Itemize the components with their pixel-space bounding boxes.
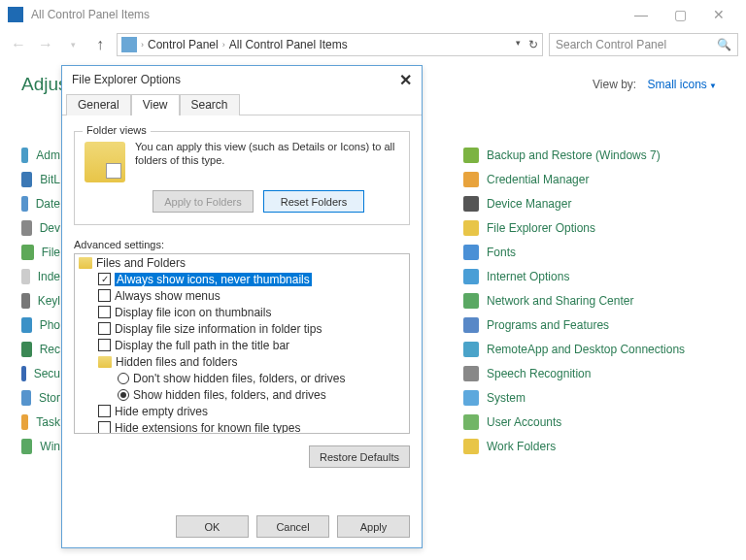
cp-item-icon: [21, 342, 32, 357]
reset-folders-button[interactable]: Reset Folders: [263, 190, 364, 213]
control-panel-item[interactable]: Backup and Restore (Windows 7): [463, 148, 685, 163]
control-panel-item[interactable]: Programs and Features: [463, 317, 685, 333]
control-panel-item[interactable]: User Accounts: [463, 414, 685, 430]
dialog-footer: OK Cancel Apply: [176, 515, 410, 538]
control-panel-item[interactable]: Work Folders: [463, 439, 685, 454]
search-input[interactable]: Search Control Panel 🔍: [549, 33, 738, 56]
checkbox-icon[interactable]: [98, 322, 111, 335]
checkbox-icon[interactable]: [98, 306, 111, 318]
control-panel-item[interactable]: Keyl: [21, 293, 60, 309]
navbar: ← → ▾ ↑ › Control Panel › All Control Pa…: [0, 29, 746, 60]
cancel-button[interactable]: Cancel: [256, 515, 329, 538]
breadcrumb-item[interactable]: All Control Panel Items: [229, 38, 348, 51]
folder-views-group: Folder views You can apply this view (su…: [74, 131, 410, 225]
cp-item-icon: [21, 245, 34, 260]
apply-button[interactable]: Apply: [337, 515, 410, 538]
cp-item-icon: [463, 414, 479, 430]
cp-item-label: Internet Options: [487, 270, 569, 283]
control-panel-item[interactable]: Dev: [21, 220, 60, 236]
minimize-button[interactable]: —: [622, 2, 661, 27]
control-panel-item[interactable]: Rec: [21, 342, 60, 357]
tree-folder-hidden[interactable]: Hidden files and folders: [75, 353, 409, 370]
tree-option[interactable]: Display the full path in the title bar: [75, 337, 409, 353]
chevron-right-icon: ›: [141, 40, 144, 49]
tree-folder-root[interactable]: Files and Folders: [75, 254, 409, 271]
viewby-dropdown[interactable]: Small icons: [648, 78, 718, 91]
control-panel-item[interactable]: Inde: [21, 269, 60, 284]
cp-item-label: BitL: [40, 173, 60, 186]
maximize-button[interactable]: ▢: [661, 2, 699, 27]
tree-option[interactable]: Always show menus: [75, 287, 409, 304]
control-panel-item[interactable]: Credential Manager: [463, 172, 685, 187]
control-panel-item[interactable]: Stor: [21, 390, 60, 406]
search-placeholder: Search Control Panel: [556, 38, 666, 51]
cp-item-label: Speech Recognition: [487, 367, 591, 380]
control-panel-item[interactable]: Win: [21, 439, 60, 454]
ok-button[interactable]: OK: [176, 515, 249, 538]
control-panel-item[interactable]: System: [463, 390, 685, 406]
folder-icon: [79, 257, 92, 269]
advanced-settings-tree[interactable]: Files and Folders ✓Always show icons, ne…: [74, 253, 410, 434]
checkbox-icon[interactable]: [98, 339, 111, 351]
tab-general[interactable]: General: [66, 94, 131, 115]
checkbox-icon[interactable]: ✓: [98, 273, 111, 285]
control-panel-icon: [8, 7, 23, 22]
control-panel-item[interactable]: Device Manager: [463, 196, 685, 212]
address-bar[interactable]: › Control Panel › All Control Panel Item…: [117, 33, 543, 56]
cp-item-icon: [21, 414, 28, 430]
control-panel-item[interactable]: BitL: [21, 172, 60, 187]
cp-item-label: Keyl: [38, 294, 60, 308]
control-panel-item[interactable]: Speech Recognition: [463, 366, 685, 381]
search-icon: 🔍: [717, 38, 731, 51]
control-panel-item[interactable]: Network and Sharing Center: [463, 293, 685, 309]
cp-item-label: User Accounts: [487, 415, 561, 429]
refresh-icon[interactable]: ↻: [528, 38, 538, 51]
control-panel-item[interactable]: Adm: [21, 148, 60, 163]
checkbox-icon[interactable]: [98, 421, 111, 433]
recent-dropdown[interactable]: ▾: [62, 34, 84, 55]
tree-option[interactable]: Hide extensions for known file types: [75, 419, 409, 433]
forward-button[interactable]: →: [35, 34, 56, 55]
control-panel-item[interactable]: Pho: [21, 317, 60, 333]
checkbox-icon[interactable]: [98, 289, 111, 302]
control-panel-item[interactable]: Date: [21, 196, 60, 212]
cp-item-icon: [21, 293, 30, 309]
checkbox-icon[interactable]: [98, 405, 111, 417]
control-panel-item[interactable]: Internet Options: [463, 269, 685, 284]
tree-radio-option[interactable]: Show hidden files, folders, and drives: [75, 386, 409, 403]
control-panel-item[interactable]: Secu: [21, 366, 60, 381]
restore-defaults-button[interactable]: Restore Defaults: [309, 445, 410, 468]
cp-item-icon: [21, 220, 32, 236]
tree-option[interactable]: Display file icon on thumbnails: [75, 304, 409, 320]
cp-item-icon: [463, 220, 479, 236]
breadcrumb-item[interactable]: Control Panel: [148, 38, 219, 51]
dialog-close-button[interactable]: ✕: [399, 71, 412, 89]
addr-icon: [121, 37, 137, 52]
control-panel-item[interactable]: File: [21, 245, 60, 260]
cp-item-icon: [463, 269, 479, 284]
dialog-titlebar: File Explorer Options ✕: [62, 66, 422, 93]
tree-option[interactable]: Display file size information in folder …: [75, 320, 409, 337]
control-panel-item[interactable]: RemoteApp and Desktop Connections: [463, 342, 685, 357]
tree-option[interactable]: Hide empty drives: [75, 403, 409, 419]
tree-radio-option[interactable]: Don't show hidden files, folders, or dri…: [75, 370, 409, 386]
control-panel-item[interactable]: File Explorer Options: [463, 220, 685, 236]
tab-view[interactable]: View: [131, 94, 180, 115]
back-button[interactable]: ←: [8, 34, 29, 55]
chevron-right-icon: ›: [222, 40, 225, 49]
radio-icon[interactable]: [118, 373, 129, 384]
cp-item-icon: [463, 172, 479, 187]
control-panel-item[interactable]: Task: [21, 414, 60, 430]
up-button[interactable]: ↑: [89, 34, 111, 55]
control-panel-item[interactable]: Fonts: [463, 245, 685, 260]
radio-icon[interactable]: [118, 389, 129, 401]
folder-icon: [98, 356, 112, 368]
cp-item-icon: [463, 293, 479, 309]
chevron-down-icon[interactable]: ▾: [516, 38, 521, 51]
dialog-tabs: General View Search: [62, 93, 422, 115]
tree-option[interactable]: ✓Always show icons, never thumbnails: [75, 271, 409, 287]
tab-search[interactable]: Search: [180, 94, 240, 115]
cp-item-label: Dev: [40, 221, 60, 235]
close-button[interactable]: ✕: [699, 2, 738, 27]
cp-item-label: Pho: [40, 318, 60, 332]
